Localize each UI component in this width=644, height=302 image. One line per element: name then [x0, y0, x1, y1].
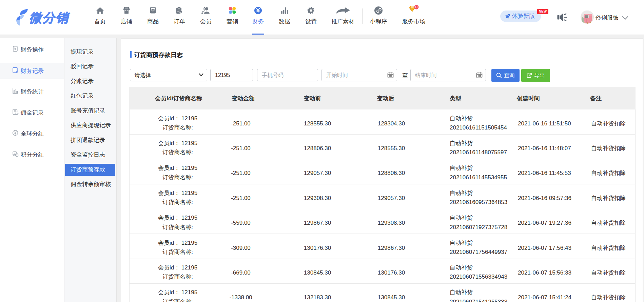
svg-text:H: H [415, 5, 418, 9]
